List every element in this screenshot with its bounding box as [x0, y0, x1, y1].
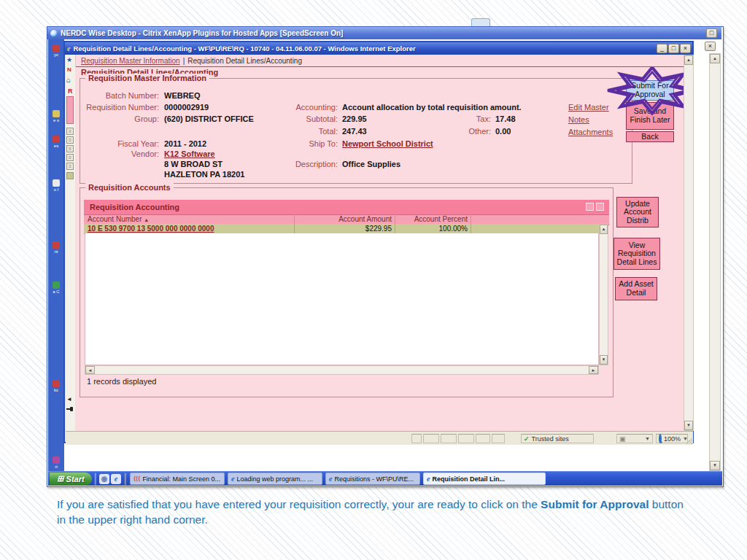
notes-link[interactable]: Notes	[568, 115, 589, 124]
desktop-icon[interactable]: nt	[48, 241, 64, 254]
vendor-link[interactable]: K12 Software	[164, 149, 215, 158]
resize-grip[interactable]	[685, 437, 692, 444]
update-account-distrib-button[interactable]: Update Account Distrib	[616, 197, 659, 228]
ship-to-link[interactable]: Newport School District	[342, 139, 433, 148]
column-divider	[395, 214, 395, 233]
protected-mode-indicator[interactable]: ▣ ▼	[616, 434, 653, 443]
group-value: (620) DISTRICT OFFICE	[164, 114, 254, 123]
desktop-icon-label: yc	[54, 52, 58, 57]
security-zone-indicator[interactable]: ✓ Trusted sites	[521, 434, 594, 443]
dropdown-icon: ▼	[645, 436, 650, 441]
add-asset-detail-button[interactable]: Add Asset Detail	[615, 277, 657, 300]
desktop-icon[interactable]: yc	[48, 44, 64, 58]
scroll-up-icon[interactable]: ▲	[600, 225, 608, 234]
scroll-left-icon[interactable]: ◄	[85, 366, 95, 374]
print-icon[interactable]	[596, 203, 604, 211]
scroll-down-icon[interactable]: ▼	[710, 461, 720, 470]
attachments-link[interactable]: Attachments	[568, 128, 613, 136]
pin-icon[interactable]	[66, 405, 73, 412]
collapse-sidebar-icon[interactable]: ◄	[66, 396, 72, 402]
ie-titlebar[interactable]: e Requisition Detail Lines/Accounting - …	[65, 42, 692, 55]
column-divider	[471, 214, 471, 233]
tree-item-icon[interactable]: ≡	[66, 163, 74, 170]
account-number-link[interactable]: 10 E 530 9700 13 5000 000 0000 0000	[88, 225, 214, 233]
quick-launch-desktop-icon[interactable]: ◉	[99, 474, 109, 484]
scroll-right-icon[interactable]: ►	[589, 366, 598, 374]
grid-vertical-scrollbar[interactable]: ▲ ▼	[599, 224, 608, 365]
start-label: Start	[66, 475, 85, 483]
desktop-icon[interactable]: kc	[48, 380, 64, 393]
account-amount-cell: $229.95	[294, 225, 392, 233]
taskbar-item-requisition-detail[interactable]: e Requisition Detail Lin...	[423, 472, 546, 485]
column-header-account-percent[interactable]: Account Percent	[395, 215, 468, 223]
n-icon[interactable]: N	[67, 66, 71, 73]
column-header-account-number[interactable]: Account Number ▲	[88, 215, 149, 223]
vendor-label: Vendor:	[86, 149, 159, 158]
scroll-down-icon[interactable]: ▼	[684, 421, 693, 430]
session-close-button[interactable]: ×	[705, 42, 716, 51]
tree-item-icon[interactable]: ≡	[66, 128, 74, 135]
accounting-value: Account allocation by total requisition …	[342, 103, 522, 112]
taskbar-item-financial[interactable]: ⟨⟨⟨ Financial: Main Screen 0...	[130, 472, 225, 485]
save-and-finish-later-button[interactable]: Save and Finish Later	[626, 102, 674, 130]
accounting-label: Accounting:	[258, 103, 338, 112]
close-button[interactable]: ×	[680, 44, 691, 53]
desktop-icon[interactable]: o l	[48, 179, 64, 192]
tree-item-icon[interactable]: ≡	[66, 145, 74, 152]
wave-icon: ⟨⟨⟨	[133, 475, 140, 482]
zoom-control[interactable]: 100% ▼	[656, 434, 688, 443]
tree-item-icon[interactable]: ≡	[66, 154, 74, 161]
taskbar-item-label: Loading web program... ...	[236, 475, 313, 483]
tree-item-icon[interactable]: ≡	[66, 136, 74, 144]
fiscal-year-value: 2011 - 2012	[164, 139, 206, 148]
desktop-icon-image	[53, 110, 60, 117]
pink-panel-tab[interactable]	[66, 96, 74, 124]
status-segment	[411, 434, 422, 443]
desktop-icon[interactable]: rt	[48, 456, 64, 470]
caption-bold-text: Submit for Approval	[541, 498, 649, 510]
status-segment	[458, 434, 474, 443]
page-content: Requisition Detail Lines/Accounting Requ…	[75, 67, 684, 431]
back-button[interactable]: Back	[626, 131, 674, 142]
scroll-up-icon[interactable]: ▲	[684, 55, 693, 65]
desktop-icon-image	[53, 380, 60, 387]
submit-for-approval-button[interactable]: Submit For Approval	[626, 80, 674, 101]
desktop-strip: yc e s es o l nt a C kc rt	[48, 39, 64, 471]
grid-horizontal-scrollbar[interactable]: ◄ ►	[85, 365, 599, 375]
minimize-button[interactable]: _	[657, 44, 667, 53]
maximize-button[interactable]: □	[668, 44, 679, 53]
scroll-up-icon[interactable]: ▲	[710, 54, 720, 63]
requisition-number-value: 0000002919	[164, 103, 209, 112]
other-value: 0.00	[495, 127, 511, 136]
r-tab-label[interactable]: R	[68, 88, 73, 95]
home-icon[interactable]: ⌂	[66, 76, 71, 84]
status-bar: ✓ Trusted sites ▣ ▼ 100% ▼	[66, 431, 693, 445]
citrix-titlebar[interactable]: NERDC Wise Desktop - Citrix XenApp Plugi…	[47, 27, 721, 39]
taskbar-item-label: Requisitions - WF\PU\RE...	[334, 475, 414, 483]
desktop-icon[interactable]: a C	[48, 281, 64, 295]
desktop-icon-image	[53, 456, 60, 464]
view-requisition-detail-lines-button[interactable]: View Requisition Detail Lines	[614, 238, 660, 270]
scroll-down-icon[interactable]: ▼	[600, 355, 608, 365]
ship-to-label: Ship To:	[258, 139, 338, 148]
breadcrumb-link[interactable]: Requisition Master Information	[81, 57, 180, 65]
left-toolbar: ★ N ⌂ R ≡ ≡ ≡ ≡ ≡ ◄	[66, 55, 76, 431]
page-vertical-scrollbar[interactable]: ▲ ▼	[684, 55, 694, 431]
taskbar-item-loading[interactable]: e Loading web program... ...	[228, 472, 322, 485]
citrix-restore-button[interactable]: □	[706, 28, 717, 38]
export-icon[interactable]	[586, 203, 594, 211]
edit-master-link[interactable]: Edit Master	[568, 103, 609, 112]
desktop-icon[interactable]: es	[48, 136, 64, 149]
desktop-icon[interactable]: e s	[48, 110, 64, 123]
session-vertical-scrollbar[interactable]: ▲ ▼	[709, 53, 721, 471]
taskbar-item-requisitions[interactable]: e Requisitions - WF\PU\RE...	[325, 472, 420, 485]
column-header-account-amount[interactable]: Account Amount	[294, 215, 392, 223]
start-button[interactable]: ⊞ Start	[50, 472, 92, 486]
status-segment	[423, 434, 439, 443]
tree-item-selected-icon[interactable]	[66, 172, 74, 179]
favorites-star-icon[interactable]: ★	[66, 56, 72, 63]
desktop-icon-image	[53, 179, 60, 187]
quick-launch-ie-icon[interactable]: e	[111, 474, 121, 484]
batch-number-label: Batch Number:	[86, 91, 159, 100]
subtotal-value: 229.95	[342, 114, 367, 123]
